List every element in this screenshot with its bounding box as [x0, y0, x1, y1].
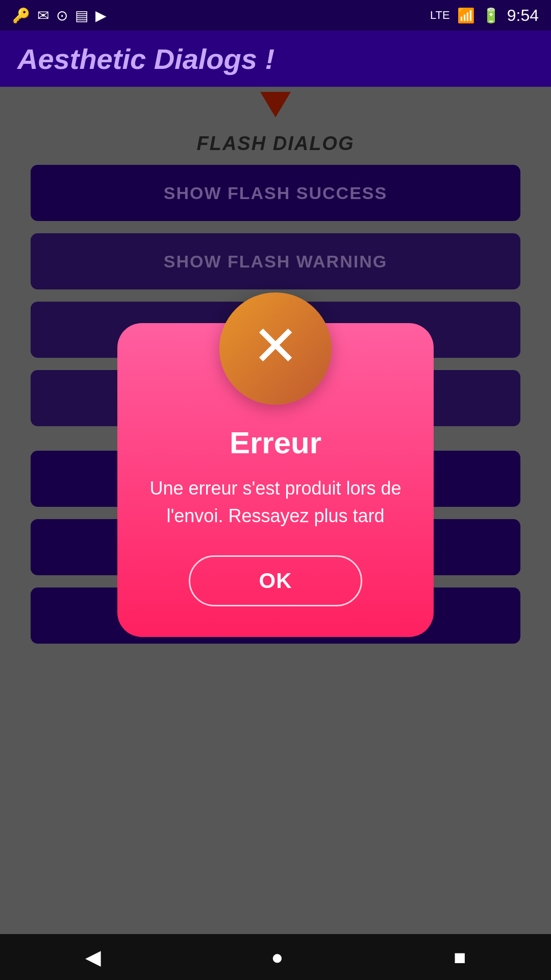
dialog-title: Erreur: [230, 425, 321, 460]
status-time: 9:54: [507, 6, 539, 25]
recent-apps-button[interactable]: ■: [454, 946, 466, 969]
main-content: FLASH DIALOG SHOW FLASH SUCCESS SHOW FLA…: [0, 87, 551, 934]
dialog-overlay: ✕ Erreur Une erreur s'est produit lors d…: [0, 87, 551, 934]
status-bar-right: LTE 📶 🔋 9:54: [430, 6, 539, 25]
dialog-error-icon-circle: ✕: [219, 292, 332, 405]
loader-icon: ⊙: [56, 7, 68, 24]
status-bar: 🔑 ✉ ⊙ ▤ ▶ LTE 📶 🔋 9:54: [0, 0, 551, 31]
mail-icon: ✉: [37, 7, 49, 24]
home-button[interactable]: ●: [271, 946, 283, 969]
dialog-card: ✕ Erreur Une erreur s'est produit lors d…: [117, 323, 434, 637]
dialog-ok-button[interactable]: OK: [189, 555, 362, 606]
app-bar: Aesthetic Dialogs !: [0, 31, 551, 87]
signal-icon: 📶: [457, 7, 475, 24]
lock-icon: 🔑: [12, 7, 30, 24]
status-bar-left: 🔑 ✉ ⊙ ▤ ▶: [12, 7, 107, 24]
play-store-icon: ▶: [95, 7, 107, 24]
close-x-icon: ✕: [252, 318, 299, 374]
lte-icon: LTE: [430, 9, 450, 22]
sd-card-icon: ▤: [75, 7, 88, 24]
dialog-message: Une erreur s'est produit lors de l'envoi…: [143, 475, 408, 530]
bottom-nav-bar: ◀ ● ■: [0, 934, 551, 980]
app-title: Aesthetic Dialogs !: [17, 42, 274, 76]
back-button[interactable]: ◀: [85, 945, 101, 969]
battery-icon: 🔋: [482, 7, 500, 24]
